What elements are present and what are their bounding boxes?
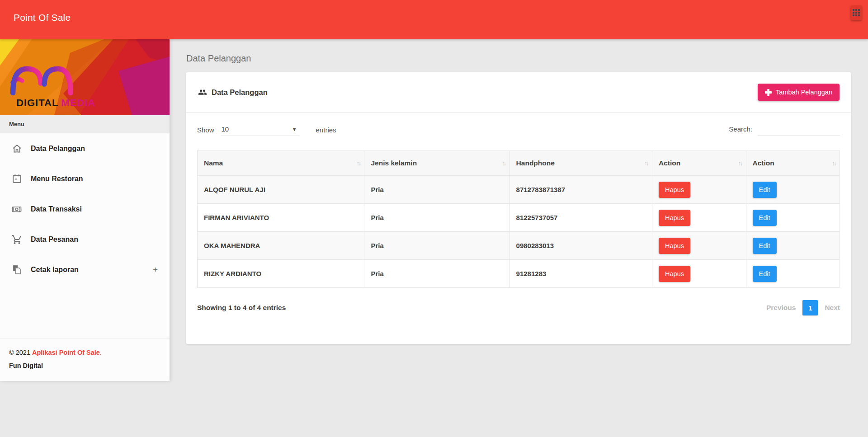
hapus-button[interactable]: Hapus [659, 182, 690, 198]
hapus-button[interactable]: Hapus [659, 210, 690, 226]
sidebar-item-menu-restoran[interactable]: Menu Restoran [0, 164, 170, 194]
entries-info: Showing 1 to 4 of 4 entries [197, 304, 286, 312]
sidebar-item-label: Cetak laporan [31, 266, 79, 274]
cell-jenis-kelamin: Pria [364, 204, 509, 232]
app-title: Point Of Sale [14, 12, 71, 23]
column-header-nama[interactable]: Nama↑↓ [198, 151, 364, 176]
cell-jenis-kelamin: Pria [364, 260, 509, 288]
card-title: Data Pelanggan [212, 88, 268, 97]
data-pelanggan-card: Data Pelanggan Tambah Pelanggan Show 10 … [186, 72, 851, 344]
hapus-button[interactable]: Hapus [659, 266, 690, 282]
sidebar-item-label: Menu Restoran [31, 175, 83, 183]
page-length-value: 10 [222, 125, 229, 133]
cell-nama: OKA MAHENDRA [198, 232, 364, 260]
footer-brand: Fun Digital [9, 359, 160, 372]
table-row: ALQOF NURUL AJIPria8712783871387HapusEdi… [198, 176, 840, 204]
sort-icon: ↑↓ [502, 160, 505, 167]
table-footer: Showing 1 to 4 of 4 entries Previous 1 N… [197, 300, 840, 344]
edit-button[interactable]: Edit [753, 182, 777, 198]
pelanggan-table: Nama↑↓Jenis kelamin↑↓Handphone↑↓Action↑↓… [197, 150, 840, 288]
cell-nama: RIZKY ARDIANTO [198, 260, 364, 288]
menu-section-label: Menu [0, 115, 170, 133]
cell-nama: FIRMAN ARIVIANTO [198, 204, 364, 232]
tambah-pelanggan-button[interactable]: Tambah Pelanggan [758, 84, 840, 101]
cell-action-hapus: Hapus [652, 232, 746, 260]
column-header-action[interactable]: Action↑↓ [652, 151, 746, 176]
cell-action-hapus: Hapus [652, 204, 746, 232]
sidebar-nav: Data PelangganMenu RestoranData Transaks… [0, 133, 170, 285]
home-icon [11, 143, 23, 155]
show-label: Show [197, 126, 214, 134]
table-row: FIRMAN ARIVIANTOPria81225737057HapusEdit [198, 204, 840, 232]
sort-icon: ↑↓ [832, 160, 835, 167]
cell-nama: ALQOF NURUL AJI [198, 176, 364, 204]
sidebar-item-label: Data Transaksi [31, 205, 82, 213]
top-navbar: Point Of Sale [0, 0, 868, 39]
sidebar-footer: © 2021 Aplikasi Point Of Sale. Fun Digit… [0, 338, 170, 381]
tambah-pelanggan-label: Tambah Pelanggan [776, 89, 832, 96]
sidebar-item-label: Data Pesanan [31, 235, 78, 244]
plus-icon [765, 89, 772, 96]
pagination-next[interactable]: Next [825, 304, 840, 312]
users-icon [198, 88, 208, 97]
chevron-down-icon: ▼ [292, 127, 297, 132]
copyright-link[interactable]: Aplikasi Point Of Sale [32, 349, 100, 356]
edit-button[interactable]: Edit [753, 238, 777, 254]
page-length-select[interactable]: 10 ▼ [221, 123, 300, 136]
logo-text-digital: DIGITAL [16, 97, 58, 108]
pagination-page-1[interactable]: 1 [802, 300, 818, 315]
search-input[interactable] [758, 124, 840, 136]
cart-icon [11, 234, 23, 245]
table-row: RIZKY ARDIANTOPria91281283HapusEdit [198, 260, 840, 288]
search-control: Search: [729, 124, 840, 136]
cell-action-edit: Edit [746, 260, 840, 288]
copyright-text: © 2021 Aplikasi Point Of Sale. [9, 349, 102, 356]
cell-jenis-kelamin: Pria [364, 176, 509, 204]
apps-grid-icon[interactable] [851, 5, 862, 20]
cell-handphone: 8712783871387 [509, 176, 652, 204]
sidebar-item-cetak-laporan[interactable]: Cetak laporan+ [0, 254, 170, 285]
entries-label: entries [316, 126, 336, 134]
page-length-control: Show 10 ▼ entries [197, 123, 336, 136]
edit-button[interactable]: Edit [753, 266, 777, 282]
logo-wordmark: DIGITALMEDIA [16, 97, 95, 109]
column-header-jenis-kelamin[interactable]: Jenis kelamin↑↓ [364, 151, 509, 176]
cell-handphone: 91281283 [509, 260, 652, 288]
sort-icon: ↑↓ [644, 160, 648, 167]
sort-icon: ↑↓ [738, 160, 742, 167]
sidebar-item-label: Data Pelanggan [31, 145, 85, 153]
column-header-handphone[interactable]: Handphone↑↓ [509, 151, 652, 176]
cell-jenis-kelamin: Pria [364, 232, 509, 260]
pagination-previous[interactable]: Previous [766, 304, 796, 312]
cell-action-edit: Edit [746, 176, 840, 204]
page-title: Data Pelanggan [186, 53, 851, 64]
card-body: Show 10 ▼ entries Search: [186, 113, 851, 344]
cell-action-hapus: Hapus [652, 176, 746, 204]
wave-logo-icon [7, 58, 75, 95]
card-header: Data Pelanggan Tambah Pelanggan [186, 72, 851, 113]
column-header-action[interactable]: Action↑↓ [746, 151, 840, 176]
sidebar-item-data-pesanan[interactable]: Data Pesanan [0, 224, 170, 254]
cell-action-edit: Edit [746, 204, 840, 232]
sidebar-item-data-transaksi[interactable]: Data Transaksi [0, 194, 170, 224]
edit-button[interactable]: Edit [753, 210, 777, 226]
table-header-row: Nama↑↓Jenis kelamin↑↓Handphone↑↓Action↑↓… [198, 151, 840, 176]
cell-handphone: 81225737057 [509, 204, 652, 232]
main-content: Data Pelanggan Data Pelanggan Tambah Pel… [170, 39, 868, 344]
sidebar-logo: DIGITALMEDIA [0, 39, 170, 115]
hapus-button[interactable]: Hapus [659, 238, 690, 254]
report-icon [11, 264, 23, 276]
cell-handphone: 0980283013 [509, 232, 652, 260]
logo-text-media: MEDIA [61, 97, 95, 108]
calendar-icon [11, 173, 23, 185]
sidebar: DIGITALMEDIA Menu Data PelangganMenu Res… [0, 39, 170, 381]
table-toolbar: Show 10 ▼ entries Search: [197, 123, 840, 136]
pagination: Previous 1 Next [766, 300, 840, 315]
sidebar-item-data-pelanggan[interactable]: Data Pelanggan [0, 133, 170, 164]
expand-plus-icon[interactable]: + [153, 265, 158, 275]
grid-icon-glyph [853, 9, 860, 16]
money-icon [11, 203, 23, 215]
cell-action-edit: Edit [746, 232, 840, 260]
cell-action-hapus: Hapus [652, 260, 746, 288]
sort-icon: ↑↓ [356, 160, 360, 167]
